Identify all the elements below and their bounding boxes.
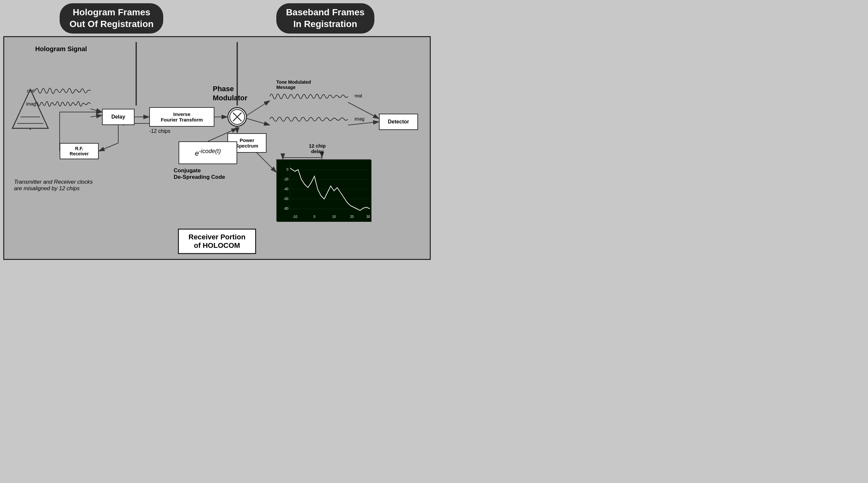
- left-pill: Hologram Frames Out Of Registration: [60, 3, 163, 34]
- ift-block: Inverse Fourier Transform: [149, 107, 214, 127]
- bottom-box: Receiver Portion of HOLOCOM: [178, 229, 256, 254]
- svg-text:-80: -80: [284, 207, 289, 211]
- svg-text:30: 30: [366, 215, 370, 219]
- transmitter-note: Transmitter and Receiver clocks are misa…: [14, 179, 93, 192]
- code-block: e-icode(t): [179, 141, 237, 164]
- right-pill: Baseband Frames In Registration: [276, 3, 374, 34]
- svg-line-12: [99, 143, 118, 151]
- svg-line-18: [348, 122, 379, 125]
- delay-block: Delay: [102, 109, 134, 125]
- chip-delay-label: 12 chip delay: [309, 143, 326, 154]
- bottom-area: Receiver Portion of HOLOCOM: [9, 226, 425, 254]
- svg-line-16: [247, 119, 270, 125]
- top-labels: Hologram Frames Out Of Registration Base…: [3, 3, 431, 34]
- hologram-signal-label: Hologram Signal: [35, 45, 87, 53]
- main-diagram-box: Hologram Signal real imag: [3, 36, 431, 260]
- svg-text:20: 20: [350, 215, 354, 219]
- tone-real-waveform: [270, 91, 348, 102]
- svg-marker-23: [12, 89, 48, 128]
- svg-text:-40: -40: [284, 187, 289, 191]
- svg-line-4: [91, 109, 102, 112]
- svg-text:10: 10: [332, 215, 336, 219]
- tone-imag-waveform: [270, 114, 348, 125]
- phase-modulator-label: Phase Modulator: [213, 84, 247, 103]
- multiply-block: [227, 107, 247, 127]
- detector-block: Detector: [379, 114, 418, 130]
- power-spectrum-chart: 0 -20 -40 -60 -80 -10 0 10 20 30: [276, 159, 371, 221]
- imag2-label: imag: [354, 116, 364, 122]
- svg-text:-20: -20: [284, 178, 289, 181]
- antenna-icon: [11, 88, 50, 131]
- chips-label: -12 chips: [149, 128, 170, 134]
- rf-receiver-block: R.F. Receiver: [60, 143, 99, 159]
- tone-label: Tone Modulated Message: [276, 79, 311, 90]
- svg-text:0: 0: [313, 215, 315, 219]
- real2-label: real: [354, 93, 362, 98]
- svg-line-15: [247, 101, 270, 115]
- svg-text:-10: -10: [292, 215, 298, 219]
- svg-text:-60: -60: [284, 197, 289, 201]
- conjugate-label: Conjugate De-Spreading Code: [174, 167, 225, 181]
- svg-line-5: [91, 115, 102, 117]
- diagram: Hologram Signal real imag: [9, 42, 425, 224]
- svg-text:0: 0: [286, 168, 288, 171]
